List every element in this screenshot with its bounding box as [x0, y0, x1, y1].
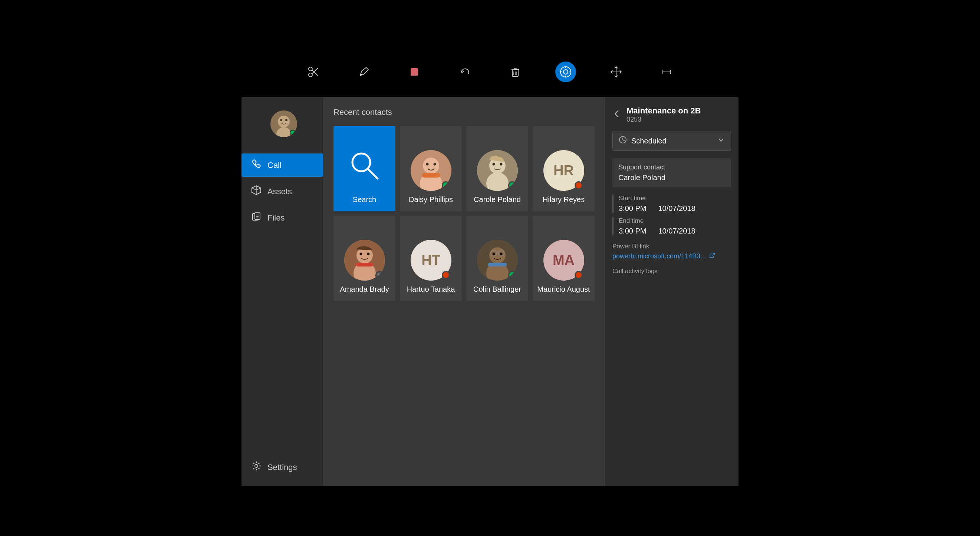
svg-point-47 [492, 163, 495, 166]
contact-card-hilary[interactable]: HR Hilary Reyes [533, 126, 595, 211]
clock-icon [619, 136, 627, 146]
svg-line-37 [368, 169, 378, 179]
status-dropdown[interactable]: Scheduled [612, 131, 731, 151]
settings-icon [250, 461, 262, 474]
hartuo-initials: HT [422, 252, 440, 268]
status-mauricio [574, 271, 583, 279]
sidebar-item-settings[interactable]: Settings [242, 455, 323, 479]
contact-card-amanda[interactable]: Amanda Brady [334, 216, 395, 301]
panel-header: Maintenance on 2B 0253 [612, 106, 731, 124]
right-panel: Maintenance on 2B 0253 Scheduled [605, 97, 738, 486]
chevron-down-icon [718, 136, 725, 146]
hilary-initials: HR [554, 163, 574, 179]
files-icon [250, 211, 262, 224]
svg-point-62 [500, 253, 502, 255]
svg-rect-5 [410, 68, 418, 76]
panel-title-block: Maintenance on 2B 0253 [627, 106, 701, 124]
start-time-value: 3:00 PM [619, 204, 646, 213]
power-bi-label: Power BI link [612, 243, 731, 250]
svg-rect-31 [255, 213, 260, 219]
contact-grid: Search Daisy Phillips [334, 126, 595, 301]
power-bi-section: Power BI link powerbi.microsoft.com/114B… [612, 243, 731, 260]
stop-icon[interactable] [404, 62, 425, 82]
delete-icon[interactable] [505, 62, 526, 82]
svg-line-69 [623, 140, 624, 141]
undo-icon[interactable] [454, 62, 475, 82]
svg-point-41 [426, 163, 428, 166]
external-link-icon [709, 252, 715, 260]
svg-rect-66 [488, 263, 507, 266]
svg-point-35 [255, 465, 258, 468]
status-carole [508, 181, 516, 189]
pen-icon[interactable] [353, 62, 374, 82]
svg-point-27 [285, 119, 288, 121]
svg-point-1 [309, 67, 312, 71]
sidebar-item-files-label: Files [267, 213, 285, 223]
contact-card-hartuo[interactable]: HT Hartuo Tanaka [400, 216, 462, 301]
contact-card-mauricio[interactable]: MA Mauricio August [533, 216, 595, 301]
status-colin [508, 271, 516, 279]
svg-point-61 [492, 253, 495, 255]
contact-card-daisy[interactable]: Daisy Phillips [400, 126, 462, 211]
app-window: Call Assets Fi [242, 97, 738, 486]
avatar-hilary: HR [543, 150, 584, 191]
contact-name-hartuo: Hartuo Tanaka [407, 285, 455, 293]
end-time-date: 10/07/2018 [658, 227, 695, 235]
settings-circle-icon[interactable] [555, 62, 576, 82]
svg-point-24 [278, 116, 290, 127]
sidebar-item-assets[interactable]: Assets [242, 180, 323, 203]
avatar-amanda [344, 240, 385, 281]
support-contact-name: Carole Poland [618, 173, 725, 182]
contact-name-hilary: Hilary Reyes [542, 195, 585, 204]
status-hilary [574, 181, 583, 189]
avatar-hartuo: HT [410, 240, 452, 281]
contact-card-carole[interactable]: Carole Poland [466, 126, 528, 211]
start-time-label: Start time [619, 195, 731, 202]
toolbar [242, 50, 738, 94]
main-content: Recent contacts Search [323, 97, 605, 486]
avatar-carole [477, 150, 518, 191]
search-icon [348, 149, 381, 189]
time-section: Start time 3:00 PM 10/07/2018 End time 3… [612, 195, 731, 235]
avatar-colin [477, 240, 518, 281]
start-time-row: Start time 3:00 PM 10/07/2018 [612, 195, 731, 213]
contact-card-colin[interactable]: Colin Ballinger [466, 216, 528, 301]
svg-point-53 [367, 253, 369, 255]
scissors-icon[interactable] [303, 62, 324, 82]
svg-point-0 [309, 73, 312, 77]
sidebar-item-call-label: Call [267, 160, 282, 170]
back-button[interactable] [612, 109, 621, 121]
power-bi-link[interactable]: powerbi.microsoft.com/114B3… [612, 252, 731, 260]
svg-rect-43 [422, 173, 440, 178]
contact-name-amanda: Amanda Brady [340, 285, 389, 293]
svg-point-48 [500, 163, 502, 166]
pin-icon[interactable] [656, 62, 677, 82]
svg-point-52 [360, 253, 362, 255]
end-time-row: End time 3:00 PM 10/07/2018 [612, 217, 731, 235]
status-label: Scheduled [631, 137, 667, 145]
contact-name-colin: Colin Ballinger [473, 285, 521, 293]
call-icon [250, 159, 262, 171]
move-icon[interactable] [606, 62, 627, 82]
start-time-date: 10/07/2018 [658, 204, 695, 213]
user-avatar-row [242, 105, 323, 146]
contact-name-mauricio: Mauricio August [537, 285, 590, 293]
status-hartuo [442, 271, 450, 279]
search-card[interactable]: Search [334, 126, 395, 211]
section-title: Recent contacts [334, 108, 595, 117]
avatar-daisy [410, 150, 452, 191]
svg-point-39 [423, 157, 439, 174]
sidebar: Call Assets Fi [242, 97, 323, 486]
end-time-value: 3:00 PM [619, 227, 646, 235]
end-time-label: End time [619, 217, 731, 225]
mauricio-initials: MA [553, 252, 574, 268]
call-activity-label: Call activity logs [612, 268, 731, 275]
status-dropdown-left: Scheduled [619, 136, 667, 146]
sidebar-item-files[interactable]: Files [242, 206, 323, 230]
svg-point-42 [433, 163, 436, 166]
user-status-dot [290, 130, 296, 136]
status-amanda [375, 271, 383, 279]
sidebar-item-call[interactable]: Call [242, 154, 323, 177]
contact-name-carole: Carole Poland [474, 195, 521, 204]
assets-icon [250, 185, 262, 198]
